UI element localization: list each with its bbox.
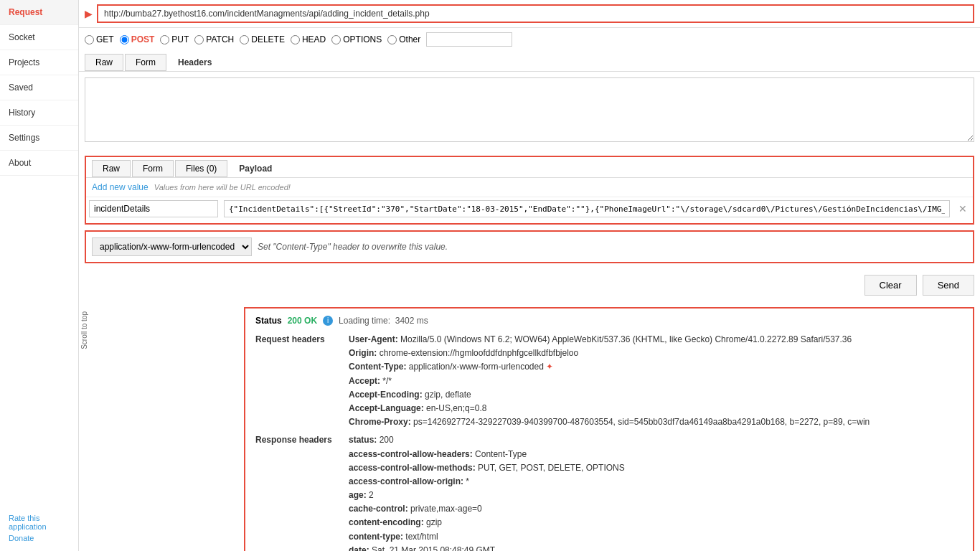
response-headers-content: status: 200 access-control-allow-headers… (349, 433, 963, 551)
headers-label: Headers (168, 55, 222, 70)
scroll-label-area: Scroll to top (79, 301, 158, 551)
other-method-input[interactable] (426, 32, 512, 47)
sidebar: Request Socket Projects Saved History Se… (0, 0, 79, 551)
method-get[interactable]: GET (85, 34, 114, 44)
method-options[interactable]: OPTIONS (331, 34, 382, 44)
sidebar-item-socket[interactable]: Socket (0, 25, 78, 50)
status-value: 200 OK (288, 316, 317, 326)
kv-key-input[interactable] (89, 200, 218, 217)
status-label: Status (255, 316, 282, 326)
payload-section: Raw Form Files (0) Payload Add new value… (85, 156, 974, 225)
rate-app-link[interactable]: Rate this application (9, 514, 70, 531)
headers-tab-bar: Raw Form Headers (79, 51, 980, 72)
response-section: Status 200 OK i Loading time: 3402 ms Re… (244, 307, 974, 551)
scroll-to-top-label: Scroll to top (79, 309, 90, 352)
tab-form-headers[interactable]: Form (125, 54, 166, 71)
payload-label: Payload (229, 161, 282, 176)
url-bar-row: ▶ (79, 0, 980, 28)
kv-delete-icon[interactable]: ✕ (953, 200, 973, 217)
method-post[interactable]: POST (120, 34, 155, 44)
tab-raw-headers[interactable]: Raw (85, 54, 123, 71)
status-info-icon[interactable]: i (323, 316, 333, 326)
headers-textarea[interactable] (85, 77, 974, 142)
add-value-row: Add new value Values from here will be U… (86, 178, 973, 197)
response-wrapper: Scroll to top Status 200 OK i Loading ti… (79, 301, 980, 551)
tab-raw-payload[interactable]: Raw (92, 160, 131, 177)
tab-form-payload[interactable]: Form (132, 160, 174, 177)
loading-time: Loading time: 3402 ms (339, 316, 428, 326)
action-row: Clear Send (79, 269, 980, 301)
kv-row: ✕ (86, 197, 973, 220)
method-head[interactable]: HEAD (291, 34, 326, 44)
method-patch[interactable]: PATCH (194, 34, 234, 44)
url-input[interactable] (97, 4, 974, 23)
sidebar-item-request[interactable]: Request (0, 0, 78, 25)
donate-link[interactable]: Donate (9, 534, 70, 542)
sidebar-item-settings[interactable]: Settings (0, 126, 78, 151)
send-button[interactable]: Send (923, 275, 974, 296)
add-value-link[interactable]: Add new value (92, 182, 149, 192)
status-row: Status 200 OK i Loading time: 3402 ms (255, 316, 963, 326)
main-content: ▶ GET POST PUT PATCH DELETE HEAD OPTIONS… (79, 0, 980, 551)
response-headers-label: Response headers (255, 433, 341, 551)
url-encoded-note: Values from here will be URL encoded! (154, 183, 291, 192)
headers-grid: Request headers User-Agent: Mozilla/5.0 … (255, 333, 963, 551)
sidebar-bottom: Rate this application Donate (0, 508, 78, 551)
sidebar-item-about[interactable]: About (0, 151, 78, 176)
request-headers-label: Request headers (255, 333, 341, 429)
content-type-section: application/x-www-form-urlencoded multip… (85, 230, 974, 263)
kv-value-input[interactable] (224, 200, 950, 217)
payload-tabs: Raw Form Files (0) Payload (86, 157, 973, 178)
url-arrow-icon: ▶ (85, 8, 93, 19)
sidebar-item-projects[interactable]: Projects (0, 50, 78, 75)
request-headers-content: User-Agent: Mozilla/5.0 (Windows NT 6.2;… (349, 333, 963, 429)
sidebar-item-history[interactable]: History (0, 100, 78, 126)
tab-files-payload[interactable]: Files (0) (175, 160, 227, 177)
clear-button[interactable]: Clear (864, 275, 917, 296)
method-other[interactable]: Other (387, 34, 420, 44)
response-inner: Status 200 OK i Loading time: 3402 ms Re… (245, 309, 973, 551)
method-delete[interactable]: DELETE (240, 34, 285, 44)
method-put[interactable]: PUT (160, 34, 189, 44)
sidebar-item-saved[interactable]: Saved (0, 75, 78, 100)
method-row: GET POST PUT PATCH DELETE HEAD OPTIONS O… (79, 28, 980, 51)
content-type-note: Set "Content-Type" header to overwrite t… (258, 242, 448, 252)
content-type-select[interactable]: application/x-www-form-urlencoded multip… (92, 237, 252, 256)
